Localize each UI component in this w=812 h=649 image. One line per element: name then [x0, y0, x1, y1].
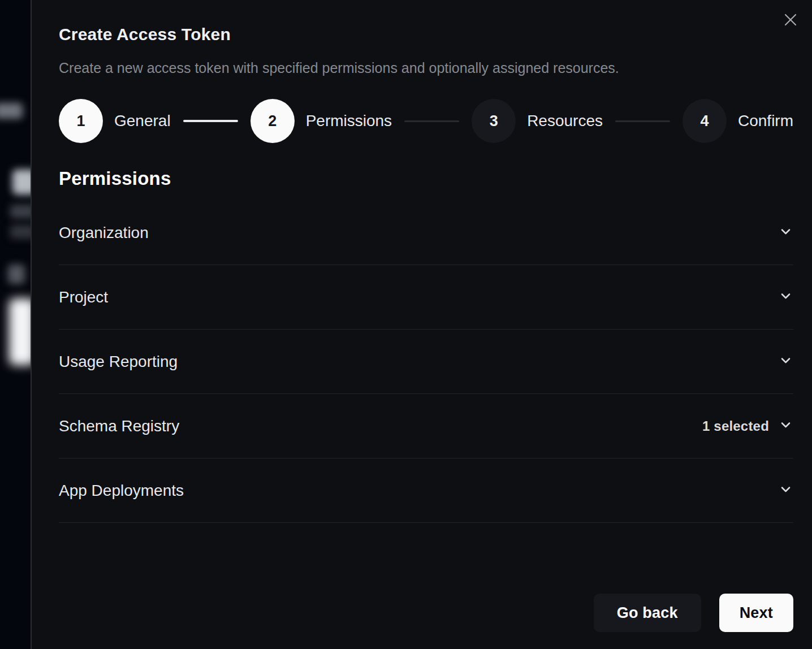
- permission-group-controls: [778, 288, 793, 306]
- next-button[interactable]: Next: [719, 594, 793, 632]
- permission-group-label: Project: [59, 288, 108, 306]
- step-number: 2: [250, 99, 295, 143]
- chevron-down-icon: [778, 288, 793, 306]
- permission-group-row[interactable]: Organization: [59, 201, 793, 265]
- step-label: Confirm: [738, 112, 793, 130]
- step-label: General: [114, 112, 171, 130]
- permission-group-label: Schema Registry: [59, 417, 179, 435]
- step-label: Resources: [527, 112, 603, 130]
- stepper-connector: [615, 120, 670, 122]
- stepper-connector: [183, 120, 238, 122]
- permission-group-controls: [778, 353, 793, 370]
- stepper-step-resources[interactable]: 3 Resources: [472, 99, 603, 143]
- permission-group-label: App Deployments: [59, 482, 184, 500]
- step-number: 1: [59, 99, 103, 143]
- chevron-down-icon: [778, 353, 793, 370]
- stepper-step-confirm[interactable]: 4 Confirm: [683, 99, 793, 143]
- create-access-token-dialog: Create Access Token Create a new access …: [31, 0, 812, 649]
- dialog-title: Create Access Token: [59, 0, 793, 44]
- backdrop-blur-text: [0, 103, 23, 119]
- permission-group-row[interactable]: App Deployments: [59, 458, 793, 523]
- permission-group-controls: [778, 224, 793, 241]
- step-number: 4: [683, 99, 727, 143]
- stepper-connector: [404, 120, 459, 122]
- permission-group-label: Usage Reporting: [59, 353, 178, 371]
- permission-group-controls: 1 selected: [702, 417, 793, 435]
- chevron-down-icon: [778, 224, 793, 241]
- step-label: Permissions: [306, 112, 392, 130]
- go-back-button[interactable]: Go back: [594, 594, 701, 632]
- page-backdrop: [0, 0, 34, 649]
- stepper-step-permissions[interactable]: 2 Permissions: [250, 99, 392, 143]
- permission-group-controls: [778, 482, 793, 499]
- dialog-subtitle: Create a new access token with specified…: [59, 60, 793, 76]
- permissions-accordion: Organization Project Usage Reporting: [59, 201, 793, 523]
- wizard-stepper: 1 General 2 Permissions 3 Resources 4 Co…: [59, 99, 793, 143]
- dialog-footer: Go back Next: [594, 594, 793, 632]
- section-heading: Permissions: [59, 168, 793, 189]
- permission-group-label: Organization: [59, 224, 149, 242]
- chevron-down-icon: [778, 417, 793, 435]
- chevron-down-icon: [778, 482, 793, 499]
- permission-group-row[interactable]: Schema Registry 1 selected: [59, 394, 793, 458]
- selected-count-badge: 1 selected: [702, 418, 769, 434]
- permission-group-row[interactable]: Project: [59, 265, 793, 330]
- step-number: 3: [472, 99, 516, 143]
- backdrop-blur-icon: [8, 265, 25, 284]
- stepper-step-general[interactable]: 1 General: [59, 99, 171, 143]
- permission-group-row[interactable]: Usage Reporting: [59, 330, 793, 394]
